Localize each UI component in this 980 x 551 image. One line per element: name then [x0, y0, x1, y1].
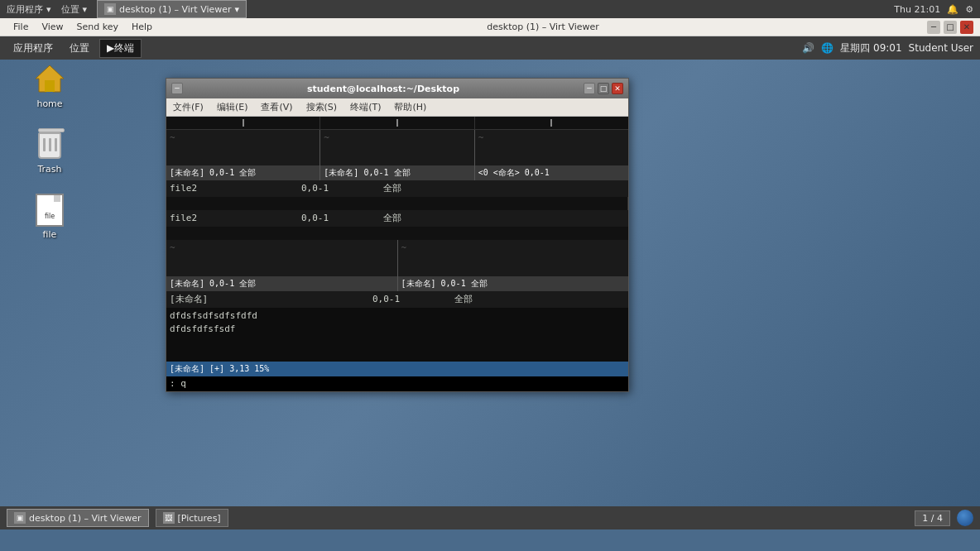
file-icon-wrap: file: [34, 190, 65, 227]
vim-container: ~ [未命名] 0,0-1 全部 ~ [未命名] 0,0-1 全部: [166, 117, 628, 391]
user-label[interactable]: Student User: [909, 42, 973, 54]
virt-maximize-btn[interactable]: □: [944, 21, 957, 34]
vim-bot-pane2-content: ~: [398, 240, 629, 276]
file-fold: [54, 195, 60, 202]
os-topbar-right: Thu 21:01 🔔 ⚙: [894, 4, 973, 15]
vim-bottom-split: ~ [未命名] 0,0-1 全部 ~ [未命名] 0,0-1 全部: [166, 240, 628, 290]
vim-top-split: ~ [未命名] 0,0-1 全部 ~ [未命名] 0,0-1 全部: [166, 130, 628, 180]
os-settings-icon[interactable]: ⚙: [965, 4, 973, 15]
taskbar-globe-icon[interactable]: [957, 510, 973, 526]
vim-status1: [未命名] 0,0-1 全部: [166, 165, 319, 180]
vim-large-status: [未命名] 0,0-1 全部: [170, 293, 625, 306]
trash-lid: [38, 128, 65, 132]
vim-pane2-content: ~: [320, 130, 473, 165]
file-text-label: file: [37, 213, 62, 220]
virt-sendkey-menu[interactable]: Send key: [70, 20, 125, 34]
trash-icon-img: [33, 127, 66, 160]
taskbar-virt-icon: ▣: [14, 512, 26, 524]
file-label: file: [41, 228, 60, 241]
vim-bot-pane1-content: ~: [166, 240, 397, 276]
gnome-panel-left: 应用程序 位置 ▶ 终端: [7, 39, 142, 58]
apps-chevron-icon: ▾: [46, 4, 51, 15]
os-time: Thu 21:01: [894, 4, 940, 15]
terminal-label: 终端: [114, 41, 134, 55]
tmb-edit[interactable]: 编辑(E): [210, 99, 255, 115]
home-icon[interactable]: home: [25, 61, 74, 110]
terminal-minimize-btn[interactable]: ─: [171, 83, 183, 94]
vim-tilde1: ~: [170, 132, 316, 145]
app-window: 应用程序 ▾ 位置 ▾ ▣ desktop (1) – Virt Viewer …: [0, 0, 980, 551]
taskbar-virt-label: desktop (1) – Virt Viewer: [29, 513, 142, 524]
taskbar-virt-viewer[interactable]: ▣ desktop (1) – Virt Viewer: [7, 509, 149, 527]
terminal-win-max[interactable]: □: [598, 83, 609, 94]
virt-viewer-label: desktop (1) – Virt Viewer: [119, 4, 232, 15]
vim-pane1-content: ~: [166, 130, 319, 165]
os-topbar: 应用程序 ▾ 位置 ▾ ▣ desktop (1) – Virt Viewer …: [0, 0, 980, 18]
os-apps-label[interactable]: 应用程序: [7, 3, 43, 16]
trash-icon[interactable]: Trash: [25, 127, 74, 175]
vim-file2-row2: file2 0,0-1 全部: [166, 210, 628, 227]
vim-bot-pane1: ~ [未命名] 0,0-1 全部: [166, 240, 398, 290]
vim-tilde2: ~: [324, 132, 470, 145]
os-topbar-left: 应用程序 ▾ 位置 ▾ ▣ desktop (1) – Virt Viewer …: [7, 0, 247, 18]
vim-cmdline[interactable]: : q: [166, 376, 628, 391]
terminal-window: ─ student@localhost:~/Desktop ─ □ ✕ 文件(F…: [166, 78, 629, 392]
sound-icon[interactable]: 🔊: [802, 42, 814, 54]
tmb-help[interactable]: 帮助(H): [387, 99, 433, 115]
file-icon[interactable]: file file: [25, 192, 74, 241]
terminal-win-min[interactable]: ─: [584, 83, 595, 94]
vim-text1: dfdsfsdfsdfsfdfd: [170, 309, 625, 323]
places-chevron-icon: ▾: [83, 4, 88, 15]
gnome-panel: 应用程序 位置 ▶ 终端 🔊 🌐 星期四 09:01 Student User: [0, 36, 980, 60]
virt-file-menu[interactable]: File: [7, 20, 35, 34]
vim-pane2: ~ [未命名] 0,0-1 全部: [320, 130, 474, 180]
home-label: home: [34, 98, 65, 110]
vim-text2: dfdsfdfsfsdf: [170, 323, 625, 336]
virt-help-menu[interactable]: Help: [125, 20, 159, 34]
vim-large-status-row: [未命名] 0,0-1 全部: [166, 291, 628, 308]
tmb-view[interactable]: 查看(V): [254, 99, 299, 115]
virt-view-menu[interactable]: View: [35, 20, 70, 34]
terminal-win-close[interactable]: ✕: [612, 83, 623, 94]
virt-viewer-taskbar-btn[interactable]: ▣ desktop (1) – Virt Viewer ▾: [97, 0, 247, 18]
home-icon-img: [33, 61, 66, 94]
gnome-terminal-btn[interactable]: ▶ 终端: [99, 39, 142, 58]
virt-viewer-icon: ▣: [104, 3, 116, 15]
os-notification-icon: 🔔: [947, 4, 958, 15]
os-places-label[interactable]: 位置: [61, 3, 79, 16]
terminal-body[interactable]: ~ [未命名] 0,0-1 全部 ~ [未命名] 0,0-1 全部: [166, 117, 628, 391]
tmb-search[interactable]: 搜索(S): [300, 99, 344, 115]
vim-bot-tilde1: ~: [170, 242, 394, 255]
tmb-file[interactable]: 文件(F): [166, 99, 210, 115]
vim-status3: <0 <命名> 0,0-1: [475, 165, 628, 180]
vim-mid-ruler2: [166, 227, 628, 240]
virt-minimize-btn[interactable]: ─: [927, 21, 940, 34]
clock: 星期四 09:01: [840, 41, 901, 55]
terminal-win-controls-left: ─: [171, 83, 183, 94]
vim-pane3: ~ <0 <命名> 0,0-1: [475, 130, 628, 180]
os-places-menu[interactable]: 位置 ▾: [61, 3, 88, 16]
virt-win-controls: ─ □ ✕: [927, 21, 973, 34]
vim-file2-line: file2 0,0-1 全部: [170, 182, 625, 195]
taskbar-pager[interactable]: 1 / 4: [915, 510, 950, 526]
os-apps-menu[interactable]: 应用程序 ▾: [7, 3, 51, 16]
vim-pane3-content: ~: [475, 130, 628, 165]
terminal-win-controls-right: ─ □ ✕: [584, 83, 623, 94]
gnome-apps-menu[interactable]: 应用程序: [7, 40, 60, 57]
taskbar-pictures-label: [Pictures]: [178, 513, 221, 524]
tmb-terminal[interactable]: 终端(T): [343, 99, 387, 115]
taskbar-right: 1 / 4: [915, 510, 973, 526]
vim-tilde3: ~: [478, 132, 625, 145]
svg-rect-1: [45, 80, 55, 92]
trash-lines: [40, 134, 60, 151]
file-icon-img: file: [33, 192, 66, 225]
gnome-panel-right: 🔊 🌐 星期四 09:01 Student User: [802, 41, 973, 55]
gnome-places-menu[interactable]: 位置: [63, 40, 96, 57]
virt-close-btn[interactable]: ✕: [960, 21, 973, 34]
vim-final-status: [未命名] [+] 3,13 15%: [166, 362, 628, 376]
network-icon[interactable]: 🌐: [821, 42, 833, 54]
trash-icon-body: [38, 132, 61, 159]
taskbar: ▣ desktop (1) – Virt Viewer 🖼 [Pictures]…: [0, 506, 980, 529]
vim-mid-ruler: [166, 197, 628, 210]
taskbar-pictures[interactable]: 🖼 [Pictures]: [156, 509, 228, 527]
